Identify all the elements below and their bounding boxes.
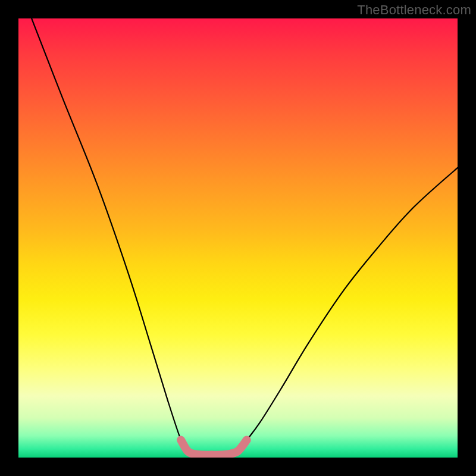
chart-frame: TheBottleneck.com (0, 0, 476, 476)
optimum-highlight (181, 440, 247, 455)
plot-area (18, 18, 458, 458)
bottleneck-curve (32, 18, 458, 455)
curve-layer (18, 18, 458, 458)
watermark-text: TheBottleneck.com (357, 2, 471, 18)
